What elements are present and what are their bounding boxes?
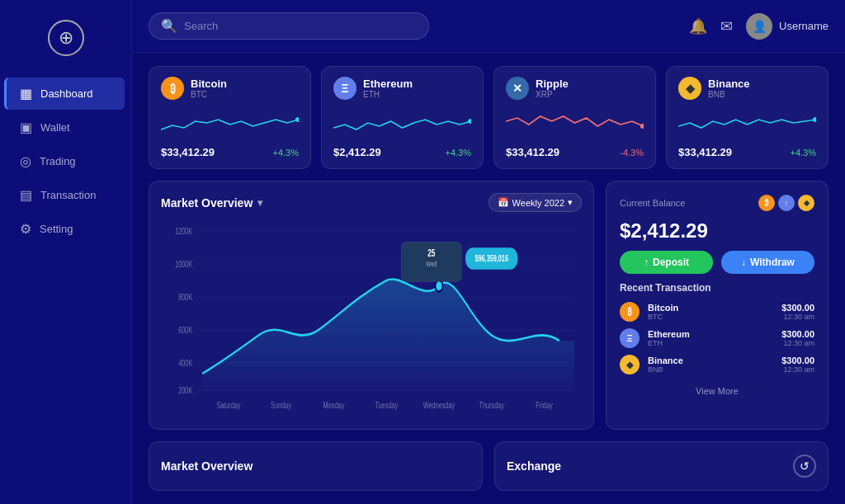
svg-text:Sunday: Sunday (271, 401, 291, 411)
setting-icon: ⚙ (20, 221, 31, 237)
sidebar-item-trading-label: Trading (40, 155, 76, 167)
balance-btc-icon: ₿ (758, 195, 775, 211)
deposit-button[interactable]: ↑ Deposit (620, 251, 713, 274)
notification-icon[interactable]: 🔔 (689, 17, 707, 35)
search-input[interactable] (184, 20, 417, 32)
user-profile[interactable]: 👤 Username (746, 13, 828, 40)
topbar: 🔍 🔔 ✉ 👤 Username (132, 0, 845, 53)
bottom-section: Market Overview ▾ 📅 Weekly 2022 ▾ (149, 181, 828, 430)
svg-text:Friday: Friday (536, 401, 553, 411)
balance-coin-icons: ₿ ↑ ◆ (758, 195, 814, 211)
coin-header-btc: ₿ Bitcoin BTC (161, 77, 299, 100)
search-box[interactable]: 🔍 (149, 12, 429, 40)
dashboard-content: ₿ Bitcoin BTC $33,412.29 +4.3% (132, 53, 845, 504)
market-chart-header: Market Overview ▾ 📅 Weekly 2022 ▾ (161, 193, 582, 212)
mail-icon[interactable]: ✉ (720, 17, 733, 35)
svg-text:$96,359,016: $96,359,016 (474, 254, 507, 264)
tx-item-btc: ₿ Bitcoin BTC $300.00 12:30 am (620, 302, 814, 322)
btc-footer: $33,412.29 +4.3% (161, 146, 299, 158)
bnb-name: Binance (708, 78, 750, 90)
eth-price: $2,412.29 (333, 146, 381, 158)
bnb-chart (678, 105, 816, 138)
market-chart-card: Market Overview ▾ 📅 Weekly 2022 ▾ (149, 181, 594, 430)
sidebar-item-trading[interactable]: ◎ Trading (7, 145, 125, 177)
tx-item-bnb: ◆ Binance BNB $300.00 12:30 am (620, 355, 814, 374)
sidebar-item-wallet[interactable]: ▣ Wallet (7, 111, 125, 144)
xrp-change: -4.3% (620, 148, 644, 158)
bnb-change: +4.3% (791, 148, 817, 158)
logo-icon: ⊕ (48, 20, 84, 56)
period-dropdown[interactable]: 📅 Weekly 2022 ▾ (489, 193, 582, 212)
xrp-chart (506, 105, 644, 138)
coin-card-xrp: ✕ Ripple XRP $33,412.29 -4.3% (493, 66, 656, 169)
tx-eth-time: 12:30 am (781, 339, 814, 347)
svg-text:Monday: Monday (323, 401, 345, 411)
sidebar-item-dashboard[interactable]: ▦ Dashboard (4, 78, 125, 110)
recent-tx-label: Recent Transaction (620, 282, 814, 294)
svg-text:400K: 400K (178, 358, 192, 368)
eth-footer: $2,412.29 +4.3% (333, 146, 471, 158)
tx-bnb-value: $300.00 (781, 356, 814, 365)
svg-text:600K: 600K (178, 325, 192, 335)
sidebar-item-transaction[interactable]: ▤ Transaction (7, 179, 125, 211)
svg-text:800K: 800K (178, 293, 192, 303)
tx-eth-icon: Ξ (620, 328, 640, 348)
coin-header-eth: Ξ Ethereum ETH (333, 77, 471, 100)
bottom-card-exchange: Exchange ↺ (494, 441, 828, 491)
coin-card-eth: Ξ Ethereum ETH $2,412.29 +4.3% (321, 66, 484, 169)
wallet-icon: ▣ (20, 120, 32, 135)
tx-bnb-amount: $300.00 12:30 am (781, 356, 814, 374)
sidebar: ⊕ ▦ Dashboard ▣ Wallet ◎ Trading ▤ Trans… (0, 0, 132, 504)
svg-text:200K: 200K (178, 385, 192, 395)
svg-text:1200K: 1200K (175, 227, 192, 237)
search-icon: 🔍 (161, 18, 177, 34)
sidebar-item-transaction-label: Transaction (40, 189, 96, 201)
btc-price: $33,412.29 (161, 146, 215, 158)
deposit-icon: ↑ (644, 257, 649, 268)
transaction-icon: ▤ (20, 187, 32, 203)
tx-btc-time: 12:30 am (781, 313, 814, 321)
tx-bnb-symbol: BNB (648, 365, 773, 374)
balance-actions: ↑ Deposit ↓ Withdraw (620, 251, 814, 274)
sidebar-item-setting-label: Setting (40, 223, 73, 235)
svg-text:Wed: Wed (426, 260, 437, 268)
tx-btc-amount: $300.00 12:30 am (781, 303, 814, 321)
btc-chart (161, 105, 299, 138)
eth-symbol: ETH (363, 90, 413, 99)
exchange-icon[interactable]: ↺ (793, 455, 816, 478)
sidebar-item-setting[interactable]: ⚙ Setting (7, 213, 125, 245)
trading-icon: ◎ (20, 153, 31, 169)
svg-text:Wednesday: Wednesday (423, 401, 456, 411)
bnb-symbol: BNB (708, 90, 750, 99)
main-content: 🔍 🔔 ✉ 👤 Username ₿ Bitcoin BTC (132, 0, 845, 504)
logo-area: ⊕ (0, 13, 131, 76)
tx-btc-name: Bitcoin (648, 303, 773, 313)
btc-name: Bitcoin (191, 78, 227, 90)
coin-header-xrp: ✕ Ripple XRP (506, 77, 644, 100)
balance-label: Current Balance (620, 198, 686, 208)
view-more-link[interactable]: View More (620, 383, 814, 396)
btc-icon: ₿ (161, 77, 184, 100)
username-label: Username (779, 20, 828, 32)
market-chart-container: 1200K 1000K 800K 600K 400K 200K Saturday… (161, 220, 582, 417)
tx-item-eth: Ξ Ethereum ETH $300.00 12:30 am (620, 328, 814, 348)
tx-btc-symbol: BTC (648, 313, 773, 321)
calendar-icon: 📅 (498, 197, 509, 208)
tx-bnb-name: Binance (648, 356, 773, 365)
svg-text:Thursday: Thursday (479, 401, 505, 411)
tx-btc-info: Bitcoin BTC (648, 303, 773, 321)
tx-eth-name: Ethereum (648, 329, 773, 339)
xrp-icon: ✕ (506, 77, 529, 100)
eth-icon: Ξ (333, 77, 356, 100)
tx-bnb-icon: ◆ (620, 355, 640, 374)
tx-eth-amount: $300.00 12:30 am (781, 329, 814, 347)
withdraw-icon: ↓ (741, 257, 746, 268)
tx-eth-value: $300.00 (781, 329, 814, 339)
sidebar-item-dashboard-label: Dashboard (40, 87, 93, 100)
tx-eth-info: Ethereum ETH (648, 329, 773, 347)
coin-cards-row: ₿ Bitcoin BTC $33,412.29 +4.3% (149, 66, 828, 169)
bottom-card-market-overview: Market Overview (149, 441, 483, 491)
svg-point-1 (468, 119, 471, 124)
withdraw-button[interactable]: ↓ Withdraw (721, 251, 814, 274)
svg-point-0 (295, 117, 299, 122)
